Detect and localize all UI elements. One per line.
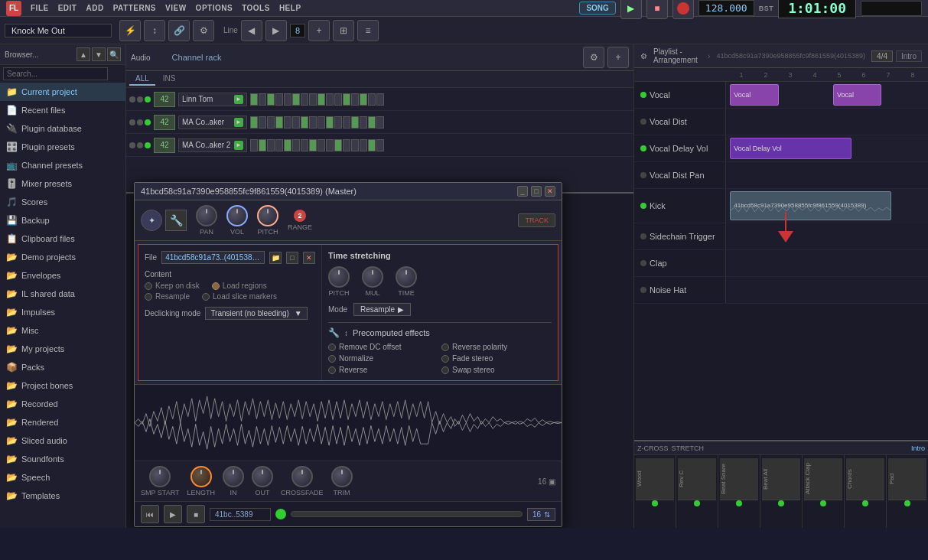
rack-add-btn[interactable]: + [607, 47, 629, 68]
bottom-stop-btn[interactable]: ■ [187, 505, 205, 523]
sidebar-item-sliced-audio[interactable]: 📂 Sliced audio [0, 431, 125, 450]
rack-tab-all[interactable]: ALL [129, 73, 155, 86]
kick-content[interactable]: 41bcd58c91a7390e958855fc9f861559(4015389… [726, 189, 928, 223]
effect-reverse[interactable]: Reverse [328, 366, 438, 374]
effect-remove-dc[interactable]: Remove DC offset [328, 343, 438, 351]
rack-settings-btn[interactable]: ⚙ [583, 47, 604, 68]
ch2-plugin-icon[interactable]: ► [234, 118, 243, 127]
effect-swap-stereo[interactable]: Swap stereo [441, 366, 552, 374]
sidebar-item-mixer-presets[interactable]: 🎚️ Mixer presets [0, 174, 125, 193]
load-regions-radio[interactable] [212, 282, 220, 290]
load-slice-option[interactable]: Load slice markers [202, 292, 277, 301]
vocal-dist-pan-content[interactable] [726, 162, 928, 188]
step[interactable] [267, 139, 275, 151]
smp-start-knob[interactable] [149, 466, 171, 487]
ch3-active-led[interactable] [145, 142, 151, 148]
record-button[interactable] [672, 0, 694, 19]
step[interactable] [284, 93, 291, 106]
step[interactable] [326, 93, 334, 106]
step[interactable] [334, 139, 342, 151]
load-slice-radio[interactable] [202, 293, 210, 301]
menu-options[interactable]: OPTIONS [196, 4, 233, 12]
tool-btn-3[interactable]: 🔗 [168, 20, 190, 41]
ch1-plugin-icon[interactable]: ► [234, 95, 243, 104]
step[interactable] [368, 139, 376, 151]
keep-disk-radio[interactable] [145, 282, 152, 290]
menu-edit[interactable]: EDIT [58, 4, 77, 12]
step[interactable] [326, 116, 334, 129]
resample-radio[interactable] [145, 293, 152, 301]
step[interactable] [284, 139, 291, 151]
clap-led[interactable] [640, 260, 646, 266]
step[interactable] [343, 139, 350, 151]
step[interactable] [368, 93, 376, 106]
reverse-polarity-checkbox[interactable] [441, 343, 449, 351]
sidebar-item-my-projects[interactable]: 📂 My projects [0, 340, 125, 358]
ch3-solo-led[interactable] [137, 142, 143, 148]
play-btn[interactable]: ▶ [164, 505, 182, 523]
pan-knob[interactable] [196, 205, 217, 226]
step[interactable] [301, 93, 308, 106]
ts-pitch-knob[interactable] [328, 266, 350, 288]
ch3-mute-led[interactable] [129, 142, 135, 148]
length-knob[interactable] [190, 466, 212, 487]
declicking-select[interactable]: Transient (no bleeding) ▼ [205, 307, 307, 320]
line-up-btn[interactable]: + [308, 20, 330, 41]
vocal-clip-2[interactable]: Vocal [833, 84, 881, 106]
normalize-checkbox[interactable] [328, 355, 336, 363]
sidebar-item-plugin-presets[interactable]: 🎛️ Plugin presets [0, 138, 125, 156]
step[interactable] [317, 139, 325, 151]
file-close-btn[interactable]: ✕ [303, 252, 315, 264]
out-knob[interactable] [252, 466, 273, 487]
step[interactable] [360, 93, 367, 106]
sidebar-item-project-bones[interactable]: 📂 Project bones [0, 376, 125, 395]
wood-led[interactable] [652, 500, 658, 506]
snap-btn[interactable]: ⊞ [333, 20, 354, 41]
file-copy-btn[interactable]: □ [286, 252, 298, 264]
ch2-solo-led[interactable] [137, 119, 143, 125]
minimize-button[interactable]: _ [517, 186, 528, 197]
tool-btn-2[interactable]: ↕ [144, 20, 165, 41]
sidebar-item-envelopes[interactable]: 📂 Envelopes [0, 266, 125, 285]
rack-tab-ins[interactable]: INS [157, 73, 182, 86]
stop-button[interactable]: ■ [646, 0, 668, 19]
grid-btn[interactable]: ≡ [357, 20, 379, 41]
step[interactable] [334, 116, 342, 129]
sidebar-item-speech[interactable]: 📂 Speech [0, 468, 125, 487]
step[interactable] [309, 93, 317, 106]
sidebar-item-impulses[interactable]: 📂 Impulses [0, 303, 125, 321]
sidebar-item-current-project[interactable]: 📁 Current project [0, 83, 125, 101]
sidebar-item-scores[interactable]: 🎵 Scores [0, 193, 125, 211]
vocal-delay-clip[interactable]: Vocal Delay Vol [730, 138, 851, 159]
step[interactable] [275, 116, 283, 129]
attack-clap-led[interactable] [820, 500, 826, 506]
menu-file[interactable]: FILE [31, 4, 49, 12]
audio-editor-titlebar[interactable]: 41bcd58c91a7390e958855fc9f861559(4015389… [135, 183, 562, 200]
ts-mul-knob[interactable] [362, 266, 383, 288]
step[interactable] [351, 139, 359, 151]
sidechain-led[interactable] [640, 233, 646, 239]
sidebar-up-btn[interactable]: ▲ [77, 47, 90, 61]
step[interactable] [360, 139, 367, 151]
revc-led[interactable] [694, 500, 700, 506]
keep-on-disk-option[interactable]: Keep on disk [145, 282, 200, 290]
effect-reverse-polarity[interactable]: Reverse polarity [441, 343, 552, 351]
mode-select[interactable]: Resample ▶ [353, 303, 411, 316]
step[interactable] [292, 139, 300, 151]
play-button[interactable]: ▶ [620, 0, 642, 19]
step[interactable] [259, 93, 266, 106]
clap-content[interactable] [726, 250, 928, 276]
effect-normalize[interactable]: Normalize [328, 354, 438, 363]
sidebar-item-recorded[interactable]: 📂 Recorded [0, 395, 125, 413]
step[interactable] [267, 93, 275, 106]
step[interactable] [250, 93, 258, 106]
step[interactable] [267, 116, 275, 129]
step[interactable] [376, 116, 384, 129]
menu-add[interactable]: ADD [86, 4, 103, 12]
sidebar-item-backup[interactable]: 💾 Backup [0, 211, 125, 230]
sidebar-item-templates[interactable]: 📂 Templates [0, 487, 125, 505]
sidebar-item-plugin-database[interactable]: 🔌 Plugin database [0, 119, 125, 138]
step[interactable] [368, 116, 376, 129]
chords-led[interactable] [862, 500, 868, 506]
vocal-dist-led[interactable] [640, 119, 646, 125]
